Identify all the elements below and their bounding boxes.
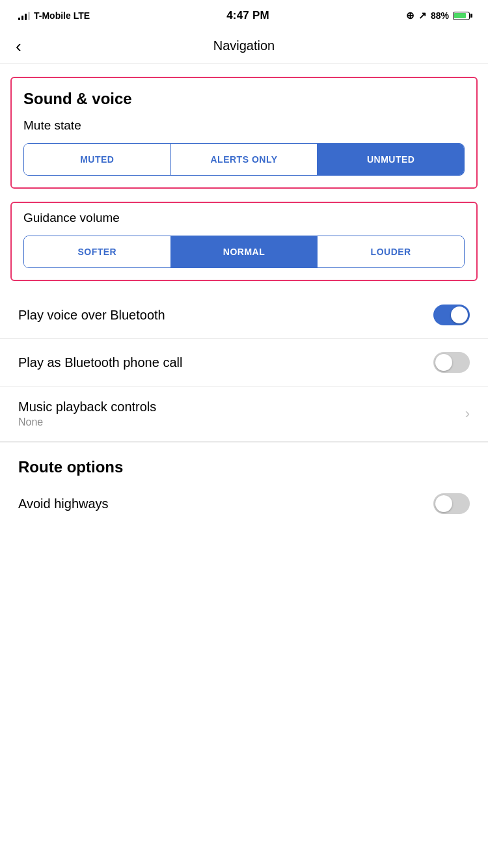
- guidance-volume-control[interactable]: SOFTER NORMAL LOUDER: [23, 236, 465, 268]
- music-playback-label: Music playback controls: [18, 400, 156, 414]
- mute-state-label: Mute state: [12, 111, 476, 139]
- signal-icon: [18, 11, 30, 20]
- battery-icon: [453, 12, 470, 20]
- guidance-volume-section: Guidance volume SOFTER NORMAL LOUDER: [10, 202, 478, 281]
- sound-voice-title: Sound & voice: [12, 78, 476, 111]
- play-bluetooth-call-toggle[interactable]: [433, 352, 470, 373]
- status-time: 4:47 PM: [226, 9, 269, 22]
- status-left: T-Mobile LTE: [18, 10, 90, 21]
- carrier-label: T-Mobile LTE: [34, 10, 90, 21]
- play-voice-bluetooth-item: Play voice over Bluetooth: [0, 292, 488, 339]
- play-bluetooth-call-item: Play as Bluetooth phone call: [0, 339, 488, 387]
- avoid-highways-toggle[interactable]: [433, 493, 470, 514]
- music-playback-value: None: [18, 416, 156, 428]
- muted-button[interactable]: MUTED: [24, 144, 171, 175]
- main-content: Sound & voice Mute state MUTED ALERTS ON…: [0, 77, 488, 527]
- louder-button[interactable]: LOUDER: [318, 236, 464, 267]
- unmuted-button[interactable]: UNMUTED: [318, 144, 464, 175]
- location-icon: ⊕: [406, 10, 414, 21]
- nav-header: ‹ Navigation: [0, 29, 488, 64]
- status-right: ⊕ ↗ 88%: [406, 10, 470, 21]
- play-voice-bluetooth-label: Play voice over Bluetooth: [18, 308, 165, 323]
- softer-button[interactable]: SOFTER: [24, 236, 171, 267]
- route-options-title: Route options: [18, 458, 470, 476]
- sound-voice-section: Sound & voice Mute state MUTED ALERTS ON…: [10, 77, 478, 189]
- route-options-section: Route options: [0, 442, 488, 476]
- play-voice-bluetooth-toggle[interactable]: [433, 305, 470, 325]
- avoid-highways-item: Avoid highways: [0, 480, 488, 527]
- page-title: Navigation: [213, 38, 275, 53]
- avoid-highways-label: Avoid highways: [18, 496, 109, 511]
- play-bluetooth-call-label: Play as Bluetooth phone call: [18, 355, 182, 370]
- chevron-right-icon: ›: [465, 405, 470, 422]
- normal-button[interactable]: NORMAL: [171, 236, 318, 267]
- battery-percent: 88%: [431, 10, 449, 21]
- music-playback-text: Music playback controls None: [18, 400, 156, 428]
- guidance-volume-label: Guidance volume: [12, 203, 476, 232]
- music-playback-item[interactable]: Music playback controls None ›: [0, 387, 488, 442]
- alerts-only-button[interactable]: ALERTS ONLY: [171, 144, 318, 175]
- arrow-icon: ↗: [418, 10, 427, 21]
- status-bar: T-Mobile LTE 4:47 PM ⊕ ↗ 88%: [0, 0, 488, 29]
- back-button[interactable]: ‹: [16, 38, 21, 55]
- mute-state-control[interactable]: MUTED ALERTS ONLY UNMUTED: [23, 143, 465, 176]
